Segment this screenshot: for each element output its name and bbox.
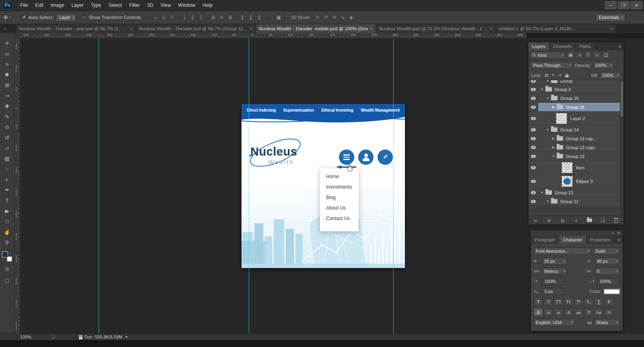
Character[interactable]: Character	[559, 236, 586, 244]
distribute-right-edges-icon[interactable]: ∥	[255, 13, 263, 22]
layer-name[interactable]: Group 14	[560, 127, 579, 132]
language-dropdown[interactable]: English: USA	[534, 319, 575, 326]
kerning-dropdown[interactable]: Metrics	[542, 268, 567, 275]
font-size-dropdown[interactable]: 20 px	[542, 258, 567, 265]
font-family-dropdown[interactable]: Font Awesome...	[534, 247, 591, 255]
type-tool[interactable]: T	[2, 195, 12, 206]
dropdown-menu-item[interactable]: Home	[320, 171, 359, 182]
standard-ligatures-button[interactable]: fi	[534, 308, 543, 316]
Layers[interactable]: Layers	[528, 42, 549, 50]
tab-close-icon[interactable]: ×	[490, 26, 493, 31]
layer-name[interactable]: Group 15	[560, 96, 579, 101]
healing-brush-tool[interactable]: ✚	[2, 101, 12, 111]
dropdown-menu-item[interactable]: About Us	[320, 203, 359, 213]
layer-row[interactable]: ▼ Group 13	[528, 152, 623, 161]
document-tab[interactable]: Nucleus Wealth - 1header -mobile.psd @ 1…	[256, 24, 376, 33]
design-nav-link[interactable]: Superannuation	[283, 108, 314, 112]
vertical-scale-input[interactable]: 100%	[542, 278, 565, 285]
close-panel-icon[interactable]: ✕	[617, 231, 620, 235]
status-popup-arrow-icon[interactable]: ▶	[126, 335, 128, 339]
new-layer-icon[interactable]: ❏	[601, 217, 605, 224]
show-transform-controls-checkbox[interactable]	[82, 15, 87, 20]
distribute-left-edges-icon[interactable]: ∥	[238, 13, 246, 22]
layer-name[interactable]: Group	[560, 80, 573, 83]
stylistic-alternates-button[interactable]: aa	[574, 308, 583, 316]
layer-row[interactable]: Ellipse 3	[528, 175, 623, 188]
workspace-switcher[interactable]: Essentials	[596, 14, 625, 21]
filter-adjustment-layers-icon[interactable]: ◑	[576, 52, 583, 58]
disclosure-triangle-icon[interactable]: ▼	[545, 128, 550, 131]
leading-dropdown[interactable]: 45 px	[595, 258, 620, 265]
visibility-toggle[interactable]	[528, 175, 538, 188]
menubar-item[interactable]: Window	[175, 0, 199, 11]
Channels[interactable]: Channels	[549, 42, 576, 50]
Paragraph[interactable]: Paragraph	[531, 236, 559, 244]
small-caps-button[interactable]: Tᴛ	[564, 298, 573, 305]
scrollbar-thumb[interactable]	[621, 81, 623, 117]
superscript-button[interactable]: T¹	[574, 298, 583, 305]
guide-vertical[interactable]	[99, 38, 99, 333]
3d-scale-icon[interactable]: ◈	[347, 13, 355, 22]
ruler-origin-corner[interactable]	[14, 33, 20, 38]
eraser-tool[interactable]: ▱	[2, 143, 12, 153]
add-layer-mask-icon[interactable]: ◘	[560, 217, 565, 224]
tab-close-icon[interactable]: ×	[250, 26, 253, 31]
design-nav-link[interactable]: Wealth Management	[361, 108, 400, 112]
anti-alias-dropdown[interactable]: Sharp	[594, 319, 620, 326]
document-tab[interactable]: Nucleus Wealth - 1header - pop.psd @ 66.…	[16, 24, 136, 33]
filter-shape-layers-icon[interactable]: ▱	[593, 52, 601, 58]
dropdown-menu-item[interactable]: Blog	[320, 192, 359, 203]
titling-alternates-button[interactable]: T	[584, 308, 593, 316]
menubar-item[interactable]: Layer	[68, 0, 87, 11]
visibility-toggle[interactable]	[528, 134, 538, 143]
visibility-toggle[interactable]	[528, 112, 538, 125]
distribute-bottom-edges-icon[interactable]: ≣	[226, 13, 234, 22]
layer-name[interactable]: Group 13 cop...	[566, 136, 597, 141]
menubar-item[interactable]: 3D	[143, 0, 157, 11]
menubar-item[interactable]: Select	[105, 0, 125, 11]
blend-mode-dropdown[interactable]: Pass Through	[531, 62, 573, 69]
horizontal-scale-input[interactable]: 100%	[597, 278, 620, 285]
fractions-button[interactable]: ½	[604, 308, 613, 316]
visibility-toggle[interactable]	[528, 80, 538, 83]
path-selection-tool[interactable]: ▶	[2, 206, 12, 216]
quick-selection-tool[interactable]: ✱	[2, 69, 12, 80]
tracking-dropdown[interactable]: 0	[595, 268, 620, 275]
design-nav-link[interactable]: Ethical Investing	[321, 108, 353, 112]
guide-vertical[interactable]	[393, 38, 394, 333]
signup-edit-button[interactable]: ✎	[378, 150, 393, 165]
faux-italic-button[interactable]: T	[544, 298, 553, 305]
filter-kind-dropdown[interactable]: Kind	[530, 52, 566, 59]
user-account-button[interactable]	[358, 150, 374, 165]
layer-name[interactable]: Ellipse 3	[576, 179, 593, 184]
horizontal-ruler[interactable]: 5505004504003503002502001501005005010015…	[20, 33, 526, 38]
filter-type-layers-icon[interactable]: T	[584, 52, 592, 58]
layer-row[interactable]: ▶ Group 13 copy	[528, 143, 623, 152]
discretionary-ligatures-button[interactable]: st	[554, 308, 563, 316]
layer-name[interactable]: Group 11	[560, 199, 578, 204]
design-nav-link[interactable]: Direct Indexing	[247, 108, 276, 112]
gradient-tool[interactable]: ▨	[2, 153, 12, 164]
close-button[interactable]: ✕	[631, 1, 642, 9]
Properties[interactable]: Properties	[586, 236, 614, 244]
dropdown-menu-item[interactable]: Contact Us	[320, 213, 359, 224]
history-brush-tool[interactable]: ↺	[2, 132, 12, 143]
layer-row[interactable]: ▼ Group 12	[528, 188, 623, 197]
3d-slide-icon[interactable]: ⇘	[339, 13, 347, 22]
distribute-vertical-centers-icon[interactable]: ≡	[217, 13, 226, 22]
layer-row[interactable]: ▼ Group 3	[528, 85, 623, 94]
lock-image-pixels-icon[interactable]: ✎	[550, 72, 556, 79]
layer-style-icon[interactable]: fx	[547, 217, 551, 224]
shape-tool[interactable]: □	[2, 216, 12, 226]
menubar-item[interactable]: View	[157, 0, 175, 11]
layer-row[interactable]: ▼ Group 15	[528, 94, 623, 103]
collapse-panel-icon[interactable]: «	[611, 231, 613, 235]
opacity-dropdown[interactable]: 100%	[593, 62, 614, 69]
visibility-toggle[interactable]	[528, 94, 538, 102]
visibility-toggle[interactable]	[528, 85, 538, 94]
disclosure-triangle-icon[interactable]: ▶	[551, 106, 556, 109]
visibility-toggle[interactable]	[528, 125, 538, 134]
document-tab[interactable]: Untitled-1 @ 66.7% (Layer 3, RGB/... ×	[496, 24, 616, 33]
layer-row[interactable]: Layer 2	[528, 112, 623, 125]
contextual-alternates-button[interactable]: ct	[544, 308, 553, 316]
